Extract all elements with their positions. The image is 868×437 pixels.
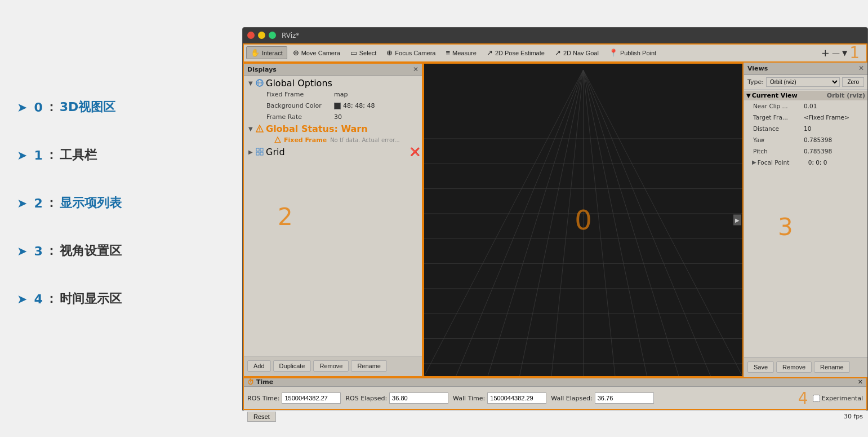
remove-display-button[interactable]: Remove [313, 360, 349, 372]
time-close-button[interactable]: ✕ [858, 378, 863, 386]
annotation-num-1: 1 [34, 148, 42, 162]
time-bar: ⏱ Time ✕ ROS Time: ROS Elapsed: Wall Tim… [243, 377, 867, 410]
ros-elapsed-input[interactable] [389, 392, 448, 404]
experimental-label: Experimental [822, 395, 863, 402]
color-swatch[interactable] [334, 103, 341, 109]
views-type-select[interactable]: Orbit (rviz) [766, 77, 840, 87]
focus-camera-button[interactable]: ⊕ Focus Camera [382, 46, 440, 59]
global-options-arrow: ▼ [248, 80, 255, 86]
dropdown-icon[interactable]: ▼ [842, 49, 847, 57]
current-view-label: Current View [752, 92, 827, 99]
focus-camera-icon: ⊕ [386, 48, 393, 57]
2d-pose-icon: ↗ [487, 48, 493, 57]
global-status-row[interactable]: ▼ Global Status: Warn [244, 123, 422, 135]
wall-elapsed-group: Wall Elapsed: [551, 392, 653, 404]
current-view-header[interactable]: ▼ Current View Orbit (rviz) [744, 91, 867, 100]
ros-time-group: ROS Time: [247, 392, 341, 404]
interact-icon: ✋ [251, 48, 260, 57]
annotation-item-0: ➤ 0 ： 3D视图区 [17, 99, 225, 116]
current-view-arrow: ▼ [746, 92, 751, 99]
fixed-frame-label: Fixed Frame [266, 90, 334, 100]
wall-time-input[interactable] [487, 392, 546, 404]
annotation-arrow-3: ➤ [17, 244, 27, 258]
wall-elapsed-label: Wall Elapsed: [551, 395, 592, 402]
annotation-item-4: ➤ 4 ： 时间显示区 [17, 290, 225, 307]
grid-row[interactable]: ▶ Grid ❌ [244, 146, 422, 158]
measure-label: Measure [452, 50, 477, 56]
rename-view-button[interactable]: Rename [814, 361, 850, 373]
frame-rate-prop-row: Frame Rate 30 [244, 112, 422, 123]
title-bar: RViz* [243, 28, 867, 43]
svg-rect-9 [256, 152, 259, 155]
focal-point-row[interactable]: ▶ Focal Point 0; 0; 0 [744, 157, 867, 168]
ros-time-input[interactable] [282, 392, 341, 404]
interact-label: Interact [262, 50, 283, 56]
move-camera-button[interactable]: ⊕ Move Camera [288, 46, 345, 59]
add-button[interactable]: Add [247, 360, 271, 372]
save-view-button[interactable]: Save [747, 361, 774, 373]
select-button[interactable]: ▭ Select [346, 46, 381, 59]
views-area-spacer: 3 [744, 168, 867, 309]
svg-line-24 [520, 70, 584, 376]
ros-time-label: ROS Time: [247, 395, 279, 402]
viewport-expand-button[interactable]: ▶ [733, 214, 741, 225]
grid-icon [255, 147, 264, 156]
area-number-2: 2 [278, 203, 293, 231]
views-type-label: Type: [747, 78, 764, 86]
annotations-panel: ➤ 0 ： 3D视图区 ➤ 1 ： 工具栏 ➤ 2 ： 显示项列表 ➤ 3 ： … [0, 87, 242, 350]
main-area: Displays ✕ ▼ Global Options [243, 63, 867, 377]
svg-line-30 [584, 70, 711, 376]
close-button[interactable] [247, 32, 255, 39]
fixed-frame-warning-row: Fixed Frame No tf data. Actual error... [244, 135, 422, 146]
equals-icon[interactable]: — [832, 48, 840, 58]
bg-color-value: 48; 48; 48 [334, 101, 375, 111]
move-camera-label: Move Camera [301, 50, 340, 56]
remove-view-button[interactable]: Remove [776, 361, 812, 373]
views-zero-button[interactable]: Zero [842, 77, 864, 87]
minimize-button[interactable] [258, 32, 265, 39]
current-view-type: Orbit (rviz) [827, 92, 865, 99]
duplicate-button[interactable]: Duplicate [273, 360, 311, 372]
annotation-arrow-1: ➤ [17, 148, 27, 162]
interact-button[interactable]: ✋ Interact [246, 46, 287, 59]
wall-elapsed-input[interactable] [595, 392, 654, 404]
maximize-button[interactable] [269, 32, 276, 39]
views-panel: Views ✕ Type: Orbit (rviz) Zero ▼ Curren… [744, 63, 867, 377]
global-options-row[interactable]: ▼ Global Options [244, 77, 422, 89]
global-status-arrow: ▼ [248, 126, 255, 132]
pitch-value: 0.785398 [804, 146, 832, 156]
grid-error-icon: ❌ [410, 147, 420, 156]
svg-rect-8 [260, 148, 263, 151]
publish-point-button[interactable]: 📍 Publish Point [604, 46, 661, 59]
time-title: Time [256, 378, 273, 386]
viewport-area-number: 0 [575, 204, 592, 236]
global-options-label: Global Options [266, 78, 420, 89]
2d-pose-estimate-button[interactable]: ↗ 2D Pose Estimate [482, 46, 549, 59]
publish-point-label: Publish Point [620, 50, 656, 56]
displays-close-button[interactable]: ✕ [413, 65, 419, 73]
toolbar-extra: + — ▼ 1 [821, 43, 864, 62]
experimental-checkbox[interactable] [813, 395, 820, 402]
warning-icon [255, 124, 264, 133]
views-close-button[interactable]: ✕ [858, 64, 864, 72]
annotation-item-1: ➤ 1 ： 工具栏 [17, 147, 225, 164]
measure-button[interactable]: ≡ Measure [441, 46, 480, 59]
distance-label: Distance [753, 123, 804, 134]
bg-color-label: Background Color [266, 101, 334, 111]
displays-tree: ▼ Global Options Fixed Frame map Backgro… [244, 76, 422, 356]
2d-pose-label: 2D Pose Estimate [495, 50, 545, 56]
fps-display: 30 fps [844, 413, 863, 420]
svg-line-29 [584, 70, 679, 376]
annotation-label-2: 显示项列表 [60, 195, 122, 211]
3d-viewport[interactable]: 0 ▶ [423, 63, 744, 377]
time-reset-button[interactable]: Reset [247, 412, 276, 422]
warning-sub-icon [273, 135, 282, 144]
plus-icon[interactable]: + [821, 47, 830, 59]
toolbar: ✋ Interact ⊕ Move Camera ▭ Select ⊕ Focu… [243, 43, 867, 63]
target-frame-label: Target Fra... [753, 112, 804, 122]
rename-display-button[interactable]: Rename [351, 360, 387, 372]
annotation-arrow-4: ➤ [17, 292, 27, 306]
svg-line-21 [424, 70, 584, 376]
select-icon: ▭ [350, 48, 357, 57]
2d-nav-goal-button[interactable]: ↗ 2D Nav Goal [550, 46, 603, 59]
